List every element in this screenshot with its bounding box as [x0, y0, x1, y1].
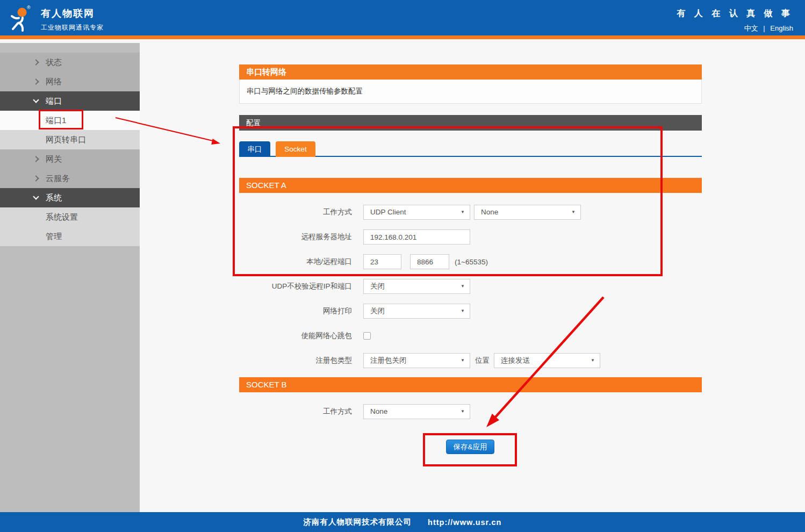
save-row: 保存&应用 — [239, 440, 702, 454]
work-mode-row: 工作方式 UDP Client ▼ None ▼ — [239, 205, 702, 220]
location-label: 位置 — [475, 356, 490, 365]
lang-zh-link[interactable]: 中文 — [744, 24, 758, 32]
caret-down-icon: ▼ — [591, 354, 595, 368]
chevron-right-icon — [33, 156, 39, 162]
work-mode-label: 工作方式 — [239, 207, 352, 217]
sidebar-item-status[interactable]: 状态 — [0, 53, 140, 72]
net-print-select[interactable]: 关闭 ▼ — [363, 304, 470, 319]
socket-b-header: SOCKET B — [239, 377, 702, 392]
socket-a-header: SOCKET A — [239, 178, 702, 193]
save-apply-button[interactable]: 保存&应用 — [446, 440, 494, 454]
socket-b-work-mode-value: None — [370, 407, 387, 415]
sidebar-item-ports[interactable]: 端口 — [0, 91, 140, 111]
remote-server-row: 远程服务器地址 — [239, 229, 702, 245]
remote-server-label: 远程服务器地址 — [239, 232, 352, 242]
socket-b-work-mode-select[interactable]: None ▼ — [363, 404, 470, 419]
tab-serial[interactable]: 串口 — [239, 141, 270, 157]
config-section-title: 配置 — [239, 115, 702, 131]
net-print-row: 网络打印 关闭 ▼ — [239, 304, 702, 319]
sidebar-item-label: 系统 — [46, 193, 62, 203]
sidebar-item-label: 网络 — [46, 77, 62, 87]
ports-row: 本地/远程端口 (1~65535) — [239, 254, 702, 269]
tab-socket[interactable]: Socket — [276, 141, 315, 157]
net-print-value: 关闭 — [370, 307, 385, 315]
tab-bar: 串口 Socket — [239, 141, 702, 157]
page-description: 串口与网络之间的数据传输参数配置 — [239, 80, 702, 104]
regpkg-value: 注册包关闭 — [370, 356, 407, 364]
chevron-right-icon — [33, 59, 39, 65]
sidebar-item-label: 云服务 — [46, 174, 70, 184]
caret-down-icon: ▼ — [461, 205, 465, 219]
sidebar-item-system-settings[interactable]: 系统设置 — [0, 207, 140, 227]
footer: 济南有人物联网技术有限公司 http://www.usr.cn — [0, 512, 805, 532]
sidebar-item-label: 状态 — [46, 57, 62, 68]
sidebar-menu: 状态网络端口端口1网页转串口网关云服务系统系统设置管理 — [0, 43, 140, 246]
brand-title: 有人物联网 — [41, 7, 104, 20]
lang-en-link[interactable]: English — [770, 24, 793, 32]
lang-separator: | — [763, 24, 765, 32]
header-right: 有 人 在 认 真 做 事 中文 | English — [677, 8, 793, 33]
sidebar-item-cloud-service[interactable]: 云服务 — [0, 169, 140, 188]
brand: ® 有人物联网 工业物联网通讯专家 — [8, 6, 104, 33]
work-mode-secondary-select[interactable]: None ▼ — [474, 205, 581, 220]
work-mode-secondary-value: None — [481, 208, 498, 216]
caret-down-icon: ▼ — [571, 205, 576, 219]
socket-b-work-mode-row: 工作方式 None ▼ — [239, 404, 702, 419]
footer-company: 济南有人物联网技术有限公司 — [304, 517, 412, 527]
language-switch: 中文 | English — [677, 24, 793, 33]
location-select[interactable]: 连接发送 ▼ — [494, 353, 600, 368]
net-print-label: 网络打印 — [239, 306, 352, 316]
main-area: 串口转网络 串口与网络之间的数据传输参数配置 配置 串口 Socket SOCK… — [140, 43, 805, 512]
chevron-right-icon — [33, 175, 39, 181]
sidebar-item-label: 管理 — [46, 232, 62, 242]
brand-text: 有人物联网 工业物联网通讯专家 — [41, 7, 104, 32]
slogan: 有 人 在 认 真 做 事 — [677, 8, 793, 19]
sidebar-item-web-to-serial[interactable]: 网页转串口 — [0, 130, 140, 149]
sidebar-item-port1[interactable]: 端口1 — [0, 111, 140, 130]
registered-mark: ® — [27, 5, 31, 10]
udp-check-label: UDP不校验远程IP和端口 — [239, 282, 352, 291]
sidebar-item-label: 系统设置 — [46, 212, 78, 222]
chevron-right-icon — [33, 78, 39, 84]
regpkg-select[interactable]: 注册包关闭 ▼ — [363, 353, 470, 368]
caret-down-icon: ▼ — [461, 304, 465, 318]
udp-check-value: 关闭 — [370, 282, 385, 290]
caret-down-icon: ▼ — [461, 405, 465, 419]
socket-b-work-mode-label: 工作方式 — [239, 407, 352, 416]
brand-subtitle: 工业物联网通讯专家 — [41, 23, 104, 32]
heartbeat-checkbox[interactable] — [363, 332, 371, 340]
caret-down-icon: ▼ — [461, 354, 465, 368]
chevron-down-icon — [33, 97, 39, 103]
location-value: 连接发送 — [501, 356, 530, 364]
sidebar-item-gateway[interactable]: 网关 — [0, 149, 140, 169]
sidebar-item-label: 网页转串口 — [46, 135, 86, 145]
regpkg-label: 注册包类型 — [239, 356, 352, 365]
usr-logo: ® — [8, 6, 34, 33]
remote-server-input[interactable] — [363, 229, 470, 245]
work-mode-select[interactable]: UDP Client ▼ — [363, 205, 470, 220]
top-header: ® 有人物联网 工业物联网通讯专家 有 人 在 认 真 做 事 中文 | Eng… — [0, 0, 805, 39]
content-column: 串口转网络 串口与网络之间的数据传输参数配置 配置 串口 Socket SOCK… — [239, 64, 702, 454]
page-title: 串口转网络 — [239, 64, 702, 80]
sidebar-item-label: 端口 — [46, 96, 62, 106]
sidebar: 状态网络端口端口1网页转串口网关云服务系统系统设置管理 — [0, 43, 140, 512]
sidebar-item-system[interactable]: 系统 — [0, 188, 140, 207]
local-port-input[interactable] — [363, 254, 401, 269]
sidebar-item-label: 网关 — [46, 154, 62, 164]
heartbeat-row: 使能网络心跳包 — [239, 328, 702, 343]
work-mode-value: UDP Client — [370, 208, 406, 216]
regpkg-row: 注册包类型 注册包关闭 ▼ 位置 连接发送 ▼ — [239, 353, 702, 368]
sidebar-item-network[interactable]: 网络 — [0, 72, 140, 91]
udp-check-row: UDP不校验远程IP和端口 关闭 ▼ — [239, 279, 702, 294]
caret-down-icon: ▼ — [461, 279, 465, 293]
port-range-hint: (1~65535) — [455, 258, 488, 266]
remote-port-input[interactable] — [410, 254, 449, 269]
sidebar-item-management[interactable]: 管理 — [0, 227, 140, 246]
heartbeat-label: 使能网络心跳包 — [239, 331, 352, 341]
footer-url-link[interactable]: http://www.usr.cn — [428, 518, 501, 527]
ports-label: 本地/远程端口 — [239, 257, 352, 267]
sidebar-item-label: 端口1 — [46, 116, 66, 126]
udp-check-select[interactable]: 关闭 ▼ — [363, 279, 470, 294]
chevron-down-icon — [33, 193, 39, 199]
